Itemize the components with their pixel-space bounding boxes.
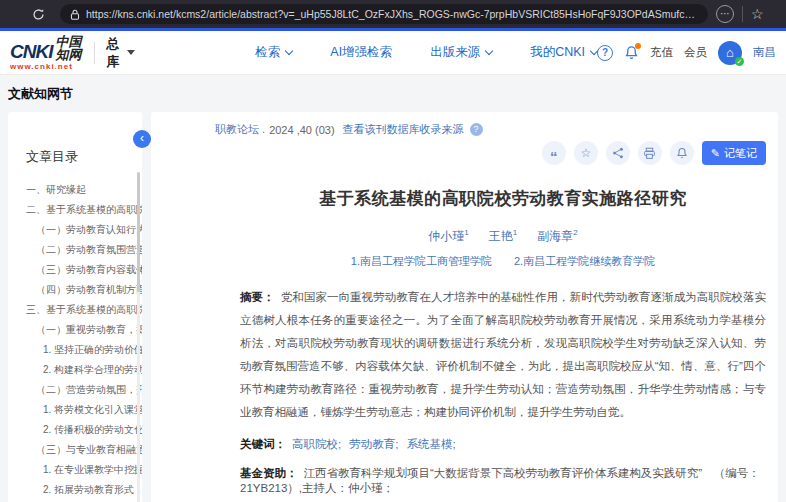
quote-icon: “ [550,154,558,160]
bell-icon [676,147,688,159]
chevron-down-icon [485,47,493,55]
toc-sidebar: ‹ 文章目录 一、研究缘起二、基于系统基模的高职院校...（一）劳动教育认知行为… [8,112,142,502]
authors-row: 仲小瑾1王艳1副海章2 [240,228,766,245]
journal-source-link[interactable]: 查看该刊数据库收录来源 [343,122,464,137]
toc-item[interactable]: 1. 坚持正确的劳动价值... [8,340,142,360]
share-icon [612,147,624,159]
toc-item[interactable]: 三、基于系统基模的高职院校... [8,300,142,320]
toc-item[interactable]: （二）营造劳动氛围，升华... [8,380,142,400]
sidebar-collapse-button[interactable]: ‹ [133,130,151,148]
keyword-link[interactable]: 系统基模; [406,438,455,450]
toc-item[interactable]: 1. 将劳模文化引入课堂。 [8,400,142,420]
logo-cnki-text: CNKI [10,42,52,61]
keywords-row: 关键词：高职院校;劳动教育;系统基模; [240,437,766,452]
author-link[interactable]: 仲小瑾1 [428,229,468,243]
journal-help-icon[interactable]: ? [470,123,483,136]
help-icon[interactable]: ? [597,45,613,61]
article-body: 基于系统基模的高职院校劳动教育实施路径研究 仲小瑾1王艳1副海章2 1.南昌工程… [215,187,766,502]
cnki-logo[interactable]: CNKI 中国知网 www.cnki.net [10,35,82,71]
nav-item-label: 出版来源 [430,44,480,61]
article-toolbar: “ ☆ ✎ 记笔记 [215,141,766,165]
star-icon: ☆ [580,146,591,160]
note-button[interactable]: ✎ 记笔记 [702,141,766,165]
toolbar-divider [742,6,743,22]
toc-item[interactable]: 一、研究缘起 [8,180,142,200]
follow-button[interactable] [670,141,694,165]
printer-icon [643,147,656,160]
nav-item-label: AI增强检索 [330,44,392,61]
nav-item-label: 我的CNKI [530,44,585,61]
journal-issue: 2024 ,40 (03) [269,124,334,136]
browser-toolbar: https://kns.cnki.net/kcms2/article/abstr… [0,0,786,28]
toc-item[interactable]: 1. 在专业课教学中挖掘... [8,460,142,480]
reload-icon[interactable] [26,2,50,26]
cite-button[interactable]: “ [542,141,566,165]
meta-block: 摘要：党和国家一向重视劳动教育在人才培养中的基础性作用，新时代劳动教育逐渐成为高… [240,286,766,502]
nav-item-3[interactable]: 我的CNKI [530,44,597,61]
zongku-label: 总库 [107,35,123,71]
article-card: 职教论坛 . 2024 ,40 (03) 查看该刊数据库收录来源 ? “ ☆ [151,112,778,502]
author-link[interactable]: 王艳1 [489,229,517,243]
section-label: 文献知网节 [8,85,778,103]
toc-item[interactable]: （一）劳动教育认知行为方... [8,220,142,240]
print-button[interactable] [638,141,662,165]
notification-bell-icon[interactable] [624,45,639,60]
caret-down-icon [127,50,135,55]
toc-item[interactable]: （二）劳动教育氛围营造方... [8,240,142,260]
verified-check-icon: ✓ [735,57,744,66]
nav-item-0[interactable]: 检索 [255,44,292,61]
abstract-text: 党和国家一向重视劳动教育在人才培养中的基础性作用，新时代劳动教育逐渐成为高职院校… [240,291,766,418]
institution-icon: ⌂ [726,45,734,60]
keyword-link[interactable]: 高职院校; [292,438,341,450]
bookmark-star-icon[interactable]: ☆ [751,6,764,22]
fund-row: 基金资助：江西省教育科学规划项目“大数据背景下高校劳动教育评价体系建构及实践研究… [240,466,766,496]
toc-item[interactable]: 2. 拓展劳动教育形式，... [8,480,142,500]
logo-site-text: www.cnki.net [10,63,82,71]
account-name[interactable]: 南昌 [753,45,776,60]
note-button-label: 记笔记 [724,146,757,161]
toc-list: 一、研究缘起二、基于系统基模的高职院校...（一）劳动教育认知行为方...（二）… [8,180,142,500]
keyword-link[interactable]: 劳动教育; [349,438,398,450]
logo-cn-text: 中国知网 [55,35,81,61]
journal-row: 职教论坛 . 2024 ,40 (03) 查看该刊数据库收录来源 ? [215,122,766,137]
abstract-row: 摘要：党和国家一向重视劳动教育在人才培养中的基础性作用，新时代劳动教育逐渐成为高… [240,286,766,424]
toc-item[interactable]: 2. 构建科学合理的劳动... [8,360,142,380]
toc-item[interactable]: （一）重视劳动教育，提升... [8,320,142,340]
member-link[interactable]: 会员 [684,45,707,60]
address-bar[interactable]: https://kns.cnki.net/kcms2/article/abstr… [60,4,708,24]
chevron-down-icon [285,47,293,55]
nav-item-2[interactable]: 出版来源 [430,44,492,61]
toc-item[interactable]: 二、基于系统基模的高职院校... [8,200,142,220]
author-link[interactable]: 副海章2 [537,229,577,243]
share-button[interactable] [606,141,630,165]
pen-icon: ✎ [711,147,720,160]
toc-item[interactable]: （三）劳动教育内容载体方... [8,260,142,280]
permissions-icon[interactable]: ⋯ [716,5,734,23]
lock-icon [70,9,80,20]
affiliations: 1.南昌工程学院工商管理学院 2.南昌工程学院继续教育学院 [240,254,766,269]
fund-label: 基金资助： [240,467,298,479]
header-nav: 检索AI增强检索出版来源我的CNKI [255,44,597,61]
article-title: 基于系统基模的高职院校劳动教育实施路径研究 [240,187,766,210]
page-area: 文献知网节 ‹ 文章目录 一、研究缘起二、基于系统基模的高职院校...（一）劳动… [0,75,786,502]
header-right: ? 充值 会员 ⌂ ✓ 南昌 [597,41,776,65]
toc-item[interactable]: 2. 传播积极的劳动文化。 [8,420,142,440]
nav-item-1[interactable]: AI增强检索 [330,44,392,61]
toc-item[interactable]: （三）与专业教育相融通，... [8,440,142,460]
notification-dot [635,43,641,49]
header-divider [94,42,95,64]
fund-text: 江西省教育科学规划项目“大数据背景下高校劳动教育评价体系建构及实践研究” （编号… [240,467,760,494]
scrollbar-thumb[interactable] [137,172,140,292]
keywords-label: 关键词： [240,438,286,450]
user-avatar[interactable]: ⌂ ✓ [718,41,742,65]
journal-link[interactable]: 职教论坛 . [215,122,265,137]
keywords-links: 高职院校;劳动教育;系统基模; [292,438,464,450]
sidebar-scrollbar[interactable] [137,172,140,502]
abstract-label: 摘要： [240,291,275,303]
nav-item-label: 检索 [255,44,280,61]
url-text: https://kns.cnki.net/kcms2/article/abstr… [86,8,698,20]
zongku-dropdown[interactable]: 总库 [107,35,136,71]
favorite-button[interactable]: ☆ [574,141,598,165]
toc-item[interactable]: （四）劳动教育机制方面 [8,280,142,300]
recharge-link[interactable]: 充值 [650,45,673,60]
